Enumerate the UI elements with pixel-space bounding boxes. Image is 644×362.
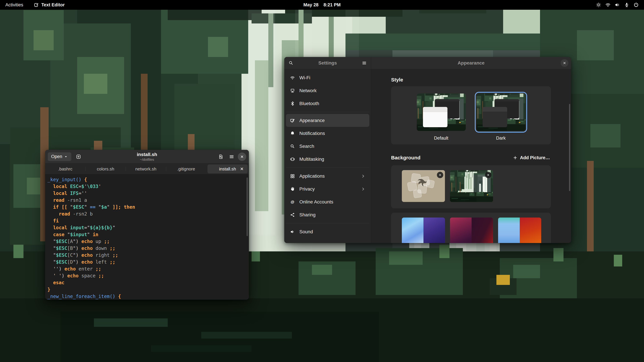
code-line: ' ') echo space ;; (48, 272, 249, 279)
sidebar-item-label: Network (299, 88, 317, 93)
code-line: case "$input" in (48, 231, 249, 238)
sidebar-item-power[interactable]: Power (286, 238, 369, 243)
open-document-button[interactable]: Open (48, 152, 71, 161)
wallpaper-thumb-geometric-blue-purple[interactable] (402, 218, 445, 243)
variant-wave-magenta (450, 218, 472, 243)
bell-icon (290, 131, 295, 136)
new-tab-button[interactable] (74, 152, 83, 161)
at-icon: @ (290, 199, 295, 204)
add-picture-label: Add Picture… (520, 155, 550, 160)
wallpaper-thumb-abstract-beige-shapes[interactable] (402, 170, 445, 202)
preview-front-window (423, 107, 448, 127)
activities-button[interactable]: Activities (4, 2, 24, 8)
sidebar-item-notifications[interactable]: Notifications (286, 127, 369, 140)
style-option-default[interactable]: Default (417, 93, 466, 144)
clock-button[interactable]: May 28 8:21 PM (302, 2, 342, 8)
appearance-panel: Appearance Style Default (371, 57, 571, 243)
background-header-row: Background Add Picture… (391, 154, 551, 162)
code-line: if [[ "$ESC" == "$a" ]]; then (48, 204, 249, 211)
magnifier-icon (290, 144, 295, 149)
chevron-down-icon (64, 155, 68, 159)
sidebar-item-sound[interactable]: Sound (286, 225, 369, 238)
sidebar-item-privacy[interactable]: Privacy (286, 183, 369, 195)
tab-close-icon[interactable]: ✕ (240, 166, 244, 172)
panel-scrollbar[interactable] (569, 104, 570, 191)
variant-geo-dark (424, 218, 445, 243)
search-icon (288, 60, 294, 65)
hamburger-icon (229, 154, 234, 159)
chevron-right-icon (361, 174, 365, 178)
variant-wave-red (472, 218, 493, 243)
speaker-icon (290, 229, 295, 234)
sidebar-item-sharing[interactable]: Sharing (286, 208, 369, 221)
code-line: _new_line_foreach_item() { (48, 293, 249, 300)
sidebar-item-bluetooth[interactable]: Bluetooth (286, 97, 369, 110)
wallpaper-variants (402, 218, 445, 243)
sidebar-item-online-accounts[interactable]: @Online Accounts (286, 195, 369, 208)
code-editor-area[interactable]: _key_input() { local ESC=$'\033' local I… (45, 174, 249, 300)
style-option-dark[interactable]: Dark (476, 93, 526, 144)
document-search-icon (218, 154, 224, 159)
editor-headerbar: Open install.sh ~/dotfiles (45, 150, 249, 164)
tab-install-sh[interactable]: install.sh✕ (208, 164, 248, 173)
editor-menu-button[interactable] (227, 152, 236, 161)
add-picture-button[interactable]: Add Picture… (512, 155, 551, 161)
tab-label: .gitignore (177, 166, 195, 172)
panel-content: Style Default (371, 69, 571, 243)
sidebar-item-search[interactable]: Search (286, 140, 369, 153)
tab-gitignore[interactable]: .gitignore (166, 164, 206, 174)
hand-icon (290, 187, 295, 192)
style-preview-dark (476, 93, 526, 131)
sidebar-item-label: Bluetooth (299, 101, 319, 106)
wallpaper-thumb-drips-blue-orange[interactable] (498, 218, 541, 243)
document-properties-button[interactable] (216, 152, 226, 161)
settings-close-button[interactable] (561, 59, 568, 67)
tab-network-sh[interactable]: network.sh (126, 164, 166, 174)
sidebar-item-network[interactable]: Network (286, 84, 369, 97)
settings-search-button[interactable] (286, 59, 295, 67)
remove-wallpaper-button[interactable] (485, 172, 492, 178)
sidebar-item-label: Wi-Fi (299, 75, 310, 80)
sidebar-item-multitasking[interactable]: Multitasking (286, 153, 369, 166)
editor-header-actions (216, 152, 246, 161)
tab-bashrc[interactable]: .bashrc (45, 164, 85, 174)
background-heading: Background (391, 155, 420, 161)
editor-scrollbar[interactable] (246, 177, 248, 236)
wallpaper-thumb-waves-maroon-red[interactable] (450, 218, 493, 243)
preview-front-window (483, 107, 507, 127)
document-path: ~/dotfiles (137, 158, 157, 162)
remove-wallpaper-button[interactable] (437, 172, 443, 178)
sidebar-item-applications[interactable]: Applications (286, 170, 369, 183)
system-status-area[interactable] (595, 2, 640, 8)
tab-label: install.sh (219, 166, 236, 172)
code-line: "$ESC[B") echo down ;; (48, 245, 249, 252)
focused-app-menu[interactable]: Text Editor (33, 2, 66, 8)
sidebar-separator (286, 221, 369, 225)
editor-close-button[interactable] (238, 152, 246, 161)
sidebar-item-label: Privacy (299, 186, 315, 192)
tab-colors-sh[interactable]: colors.sh (85, 164, 126, 174)
close-icon (486, 173, 490, 177)
wallpaper-variants (498, 218, 541, 243)
sidebar-separator (286, 110, 369, 114)
chevron-right-icon (361, 187, 365, 191)
sidebar-item-label: Sharing (299, 212, 316, 218)
panel-title: Appearance (458, 60, 484, 66)
sidebar-item-wi-fi[interactable]: Wi-Fi (286, 71, 369, 84)
volume-icon (614, 2, 620, 8)
wifi-icon (605, 2, 611, 8)
settings-menu-button[interactable] (360, 59, 368, 67)
code-line: } (48, 286, 249, 293)
battery-icon (290, 242, 295, 243)
sidebar-item-label: Appearance (299, 118, 325, 123)
sidebar-headerbar: Settings (284, 57, 371, 69)
sidebar-item-label: Sound (299, 229, 313, 234)
sidebar-item-label: Search (299, 144, 314, 149)
top-bar-left: Activities Text Editor (0, 2, 66, 8)
style-label-dark: Dark (476, 136, 526, 141)
appearance-icon (290, 118, 295, 123)
sidebar-item-appearance[interactable]: Appearance (286, 114, 369, 127)
wallpaper-thumb-pixel-forest-waterfall[interactable] (450, 170, 493, 202)
wifi-icon (290, 75, 295, 80)
bluetooth-icon (290, 101, 295, 106)
